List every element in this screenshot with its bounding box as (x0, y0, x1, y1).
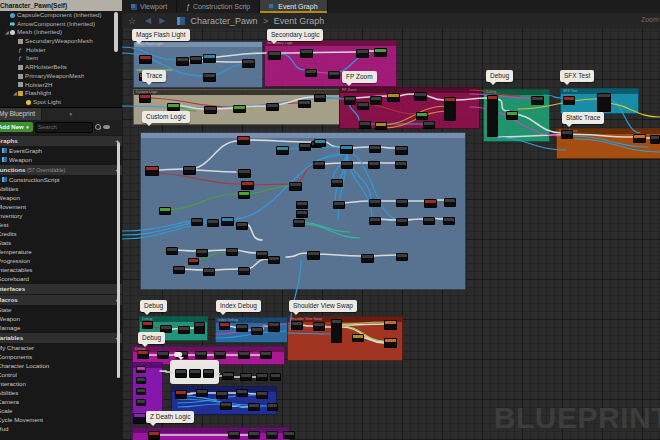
graph-node[interactable] (396, 218, 408, 226)
graph-node[interactable] (136, 366, 146, 373)
list-item[interactable]: Camera (0, 397, 123, 406)
graph-node[interactable] (142, 321, 153, 329)
graph-node[interactable] (236, 389, 248, 397)
graph-node[interactable] (203, 268, 215, 276)
graph-node[interactable] (270, 373, 281, 381)
list-item[interactable]: Scoreboard (0, 274, 123, 283)
graph-node[interactable] (296, 201, 308, 209)
component-tree-item[interactable]: ◢Mesh (Inherited) (0, 28, 123, 37)
graph-node[interactable] (370, 96, 382, 105)
graph-node[interactable] (241, 181, 254, 190)
graph-node[interactable] (133, 413, 146, 424)
graph-node[interactable] (283, 431, 295, 439)
graph-node[interactable] (396, 253, 408, 261)
comment-label[interactable]: Secondary Logic (267, 29, 323, 41)
graph-node[interactable] (597, 93, 611, 112)
graph-node[interactable] (414, 92, 427, 101)
event-graph-canvas[interactable]: BLUEPRINT Mags Flash LightSecondary Logi… (122, 28, 660, 440)
graph-node[interactable] (214, 351, 226, 359)
graph-node[interactable] (313, 161, 325, 169)
graph-node[interactable] (251, 327, 263, 335)
list-item[interactable]: Hud (0, 424, 123, 433)
graph-node[interactable] (137, 350, 149, 359)
graph-node[interactable] (650, 135, 660, 144)
graph-node[interactable] (204, 106, 217, 114)
list-item[interactable]: Character Location (0, 361, 123, 370)
graph-node[interactable] (369, 145, 381, 153)
tab-viewport[interactable]: Viewport (122, 0, 177, 13)
graph-node[interactable] (374, 48, 387, 57)
graph-node[interactable] (313, 322, 325, 331)
graph-node[interactable] (341, 161, 353, 169)
graph-node[interactable] (375, 122, 387, 130)
graph-node[interactable] (238, 191, 250, 199)
graph-node[interactable] (167, 103, 180, 111)
section-header-functions[interactable]: Functions (57 Overridable)+ (0, 164, 123, 175)
graph-node[interactable] (175, 390, 187, 399)
list-item[interactable]: Credits (0, 229, 123, 238)
graph-node[interactable] (190, 56, 202, 64)
graph-node[interactable] (328, 71, 340, 79)
section-header-macros[interactable]: Macros+ (0, 294, 123, 305)
component-tree-item[interactable]: ARHolsterBelts (0, 63, 123, 72)
tab-event-graph[interactable]: Event Graph (260, 0, 327, 13)
comment-label[interactable]: Debug (140, 300, 167, 312)
component-tree-item[interactable]: Spot Light (0, 98, 123, 107)
graph-node[interactable] (236, 324, 248, 332)
component-tree-item[interactable]: ◢Flashlight (0, 89, 123, 98)
graph-node[interactable] (314, 139, 326, 147)
graph-node[interactable] (188, 258, 199, 265)
graph-node[interactable] (268, 322, 280, 332)
graph-node[interactable] (233, 105, 246, 113)
graph-node[interactable] (183, 166, 196, 175)
graph-node[interactable] (189, 369, 201, 378)
comment-label[interactable]: Shoulder View Swap (289, 300, 357, 312)
graph-node[interactable] (256, 251, 268, 259)
list-item[interactable]: Stats (0, 238, 123, 247)
graph-node[interactable] (268, 51, 281, 60)
list-item[interactable]: Movement (0, 202, 123, 211)
tab-my-blueprint[interactable]: My Blueprint (0, 108, 42, 120)
list-item[interactable]: Interaction (0, 379, 123, 388)
graph-node[interactable] (506, 111, 518, 120)
list-item[interactable]: ConstructionScript (0, 175, 123, 184)
list-item[interactable]: Interactables (0, 265, 123, 274)
list-item[interactable]: Progression (0, 256, 123, 265)
comment-label[interactable]: SFX Test (560, 70, 594, 82)
list-item[interactable]: Weapon (0, 155, 123, 164)
list-item[interactable]: Cycle Movement (0, 415, 123, 424)
graph-node[interactable] (314, 94, 326, 102)
comment-label[interactable]: Z Death Logic (146, 411, 194, 423)
graph-node[interactable] (487, 95, 498, 137)
graph-node[interactable] (203, 73, 216, 82)
graph-node[interactable] (238, 169, 251, 178)
graph-node[interactable] (191, 218, 203, 226)
graph-node[interactable] (196, 389, 208, 397)
graph-node[interactable] (248, 403, 260, 411)
graph-node[interactable] (289, 182, 302, 191)
list-item[interactable]: Test (0, 220, 123, 229)
graph-node[interactable] (238, 267, 250, 275)
graph-node[interactable] (136, 388, 146, 395)
graph-node[interactable] (242, 59, 255, 68)
graph-node[interactable] (219, 322, 230, 330)
add-new-button[interactable]: Add New ▼ (0, 122, 33, 132)
graph-node[interactable] (293, 219, 305, 227)
graph-node[interactable] (256, 373, 268, 381)
tab-construction-script[interactable]: ƒ Construction Scrip (177, 0, 260, 13)
list-item[interactable]: State (0, 305, 123, 314)
graph-node[interactable] (148, 431, 160, 440)
favorite-star-icon[interactable]: ☆ (128, 16, 136, 26)
graph-node[interactable] (220, 402, 232, 410)
nav-forward-icon[interactable]: ▶ (159, 16, 165, 25)
component-tree-item[interactable]: PrimaryWeaponMesh (0, 72, 123, 81)
graph-node[interactable] (333, 201, 345, 209)
graph-node[interactable] (139, 55, 152, 64)
graph-node[interactable] (531, 96, 544, 105)
graph-node[interactable] (344, 96, 356, 105)
graph-node[interactable] (175, 369, 187, 378)
graph-node[interactable] (307, 251, 320, 260)
graph-node[interactable] (266, 431, 278, 439)
graph-node[interactable] (423, 217, 435, 225)
graph-node[interactable] (216, 391, 228, 399)
